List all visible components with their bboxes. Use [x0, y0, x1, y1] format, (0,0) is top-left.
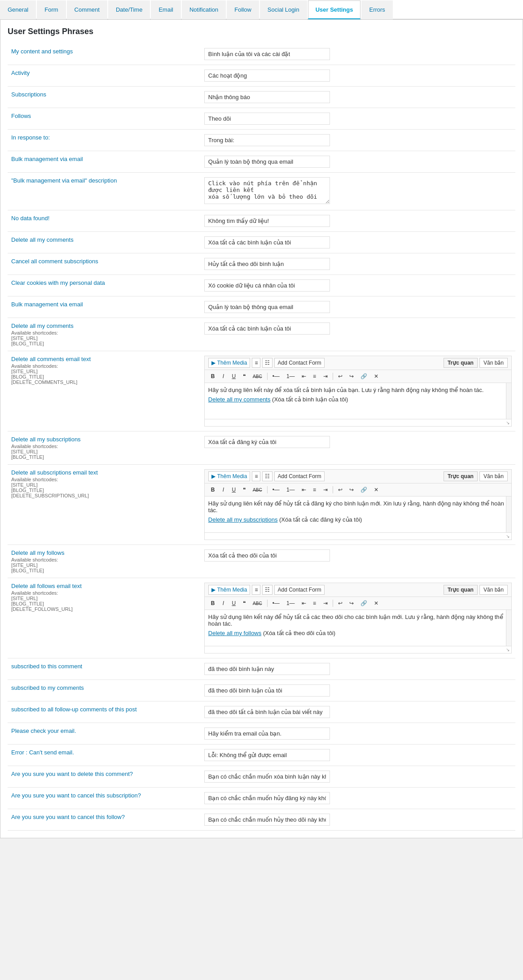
input-bulk-mgmt[interactable] [204, 156, 330, 168]
fmt-link-delete-all-comments-email[interactable]: 🔗 [358, 372, 370, 381]
tab-user-settings[interactable]: User Settings [308, 0, 361, 19]
fmt-italic-delete-all-subs-email[interactable]: I [219, 485, 228, 494]
fmt-italic-delete-all-follows-email[interactable]: I [219, 599, 228, 608]
input-cant-send[interactable] [204, 749, 330, 761]
input-clear-cookies[interactable] [204, 279, 330, 292]
fmt-align-right-delete-all-subs-email[interactable]: ⇥ [321, 485, 330, 494]
add-contact-form-btn-delete-all-subs-email[interactable]: Add Contact Form [274, 471, 324, 481]
tab-datetime[interactable]: Date/Time [108, 0, 150, 19]
fmt-ol-delete-all-subs-email[interactable]: 1— [284, 485, 298, 494]
fmt-underline-delete-all-follows-email[interactable]: U [229, 599, 238, 608]
tab-errors[interactable]: Errors [361, 0, 392, 19]
fmt-align-center-delete-all-comments-email[interactable]: ≡ [310, 372, 319, 381]
visual-view-btn-delete-all-comments-email[interactable]: Trực quan [444, 358, 478, 368]
text-view-btn-delete-all-follows-email[interactable]: Văn bản [479, 585, 508, 595]
editor-body-delete-all-comments-email[interactable]: Hãy sử dụng liên kết này để xóa tất cả b… [205, 383, 511, 419]
fmt-undo-delete-all-comments-email[interactable]: ↩ [335, 372, 345, 381]
fmt-abc-delete-all-follows-email[interactable]: ABC [250, 600, 265, 607]
fmt-unlink-delete-all-follows-email[interactable]: ✕ [371, 599, 381, 608]
input-delete-comment-confirm[interactable] [204, 771, 330, 783]
input-delete-all-comments[interactable] [204, 322, 330, 335]
table-btn-delete-all-subs-email[interactable]: ≡ [252, 471, 260, 481]
input-cancel-subs[interactable] [204, 258, 330, 270]
fmt-ul-delete-all-follows-email[interactable]: •— [270, 599, 282, 608]
input-follows[interactable] [204, 113, 330, 125]
fmt-link-delete-all-follows-email[interactable]: 🔗 [358, 599, 370, 608]
fmt-underline-delete-all-subs-email[interactable]: U [229, 485, 238, 494]
columns-btn-delete-all-subs-email[interactable]: ☷ [262, 471, 272, 481]
add-media-btn-delete-all-comments-email[interactable]: ▶ Thêm Media [208, 358, 251, 368]
textarea-bulk-mgmt-desc[interactable]: Click vào nút phía trên để nhận được liê… [204, 177, 330, 204]
fmt-underline-delete-all-comments-email[interactable]: U [229, 372, 238, 381]
add-contact-form-btn-delete-all-follows-email[interactable]: Add Contact Form [274, 585, 324, 595]
scrollbar-delete-all-comments-email[interactable] [506, 383, 511, 419]
fmt-align-right-delete-all-follows-email[interactable]: ⇥ [321, 599, 330, 608]
tab-form[interactable]: Form [37, 0, 66, 19]
input-cancel-follow-confirm[interactable] [204, 814, 330, 826]
fmt-align-left-delete-all-follows-email[interactable]: ⇤ [299, 599, 309, 608]
fmt-quote-delete-all-subs-email[interactable]: ❝ [240, 485, 249, 494]
input-subscribed-comment[interactable] [204, 663, 330, 675]
fmt-ol-delete-all-comments-email[interactable]: 1— [284, 372, 298, 381]
fmt-align-left-delete-all-comments-email[interactable]: ⇤ [299, 372, 309, 381]
tab-social-login[interactable]: Social Login [260, 0, 307, 19]
tab-general[interactable]: General [0, 0, 36, 19]
fmt-bold-delete-all-follows-email[interactable]: B [208, 599, 218, 608]
fmt-ul-delete-all-subs-email[interactable]: •— [270, 485, 282, 494]
table-btn-delete-all-comments-email[interactable]: ≡ [252, 358, 260, 368]
fmt-unlink-delete-all-subs-email[interactable]: ✕ [371, 485, 381, 494]
input-subscriptions[interactable] [204, 91, 330, 103]
input-check-email[interactable] [204, 727, 330, 740]
fmt-undo-delete-all-follows-email[interactable]: ↩ [335, 599, 345, 608]
input-delete-all-subs[interactable] [204, 436, 330, 448]
input-subscribed-my-comments[interactable] [204, 684, 330, 697]
resize-handle-delete-all-follows-email[interactable]: ↘ [506, 647, 510, 652]
visual-view-btn-delete-all-subs-email[interactable]: Trực quan [444, 471, 478, 481]
text-view-btn-delete-all-comments-email[interactable]: Văn bản [479, 358, 508, 368]
add-contact-form-btn-delete-all-comments-email[interactable]: Add Contact Form [274, 358, 324, 368]
input-my-content[interactable] [204, 48, 330, 60]
tab-follow[interactable]: Follow [227, 0, 259, 19]
fmt-align-right-delete-all-comments-email[interactable]: ⇥ [321, 372, 330, 381]
input-bulk-mgmt2[interactable] [204, 301, 330, 313]
fmt-ol-delete-all-follows-email[interactable]: 1— [284, 599, 298, 608]
input-cancel-sub-confirm[interactable] [204, 792, 330, 804]
fmt-abc-delete-all-subs-email[interactable]: ABC [250, 486, 265, 494]
fmt-bold-delete-all-comments-email[interactable]: B [208, 372, 218, 381]
scrollbar-delete-all-follows-email[interactable] [506, 610, 511, 646]
resize-handle-delete-all-subs-email[interactable]: ↘ [506, 534, 510, 539]
fmt-redo-delete-all-subs-email[interactable]: ↪ [347, 485, 356, 494]
fmt-quote-delete-all-comments-email[interactable]: ❝ [240, 372, 249, 381]
visual-view-btn-delete-all-follows-email[interactable]: Trực quan [444, 585, 478, 595]
fmt-redo-delete-all-follows-email[interactable]: ↪ [347, 599, 356, 608]
fmt-unlink-delete-all-comments-email[interactable]: ✕ [371, 372, 381, 381]
add-media-btn-delete-all-follows-email[interactable]: ▶ Thêm Media [208, 585, 251, 595]
fmt-bold-delete-all-subs-email[interactable]: B [208, 485, 218, 494]
input-delete-comments[interactable] [204, 236, 330, 248]
fmt-abc-delete-all-comments-email[interactable]: ABC [250, 373, 265, 380]
resize-handle-delete-all-comments-email[interactable]: ↘ [506, 420, 510, 425]
input-delete-all-follows[interactable] [204, 549, 330, 562]
add-media-btn-delete-all-subs-email[interactable]: ▶ Thêm Media [208, 471, 251, 481]
table-btn-delete-all-follows-email[interactable]: ≡ [252, 585, 260, 595]
input-in-response-to[interactable] [204, 134, 330, 146]
fmt-undo-delete-all-subs-email[interactable]: ↩ [335, 485, 345, 494]
editor-body-delete-all-follows-email[interactable]: Hãy sử dụng liên kết này để hủy tất cả c… [205, 610, 511, 646]
scrollbar-delete-all-subs-email[interactable] [506, 497, 511, 532]
tab-comment[interactable]: Comment [67, 0, 107, 19]
editor-link-delete-all-comments-email[interactable]: Delete all my comments [208, 396, 271, 403]
fmt-quote-delete-all-follows-email[interactable]: ❝ [240, 599, 249, 608]
fmt-redo-delete-all-comments-email[interactable]: ↪ [347, 372, 356, 381]
text-view-btn-delete-all-subs-email[interactable]: Văn bản [479, 471, 508, 481]
fmt-ul-delete-all-comments-email[interactable]: •— [270, 372, 282, 381]
input-no-data[interactable] [204, 215, 330, 227]
input-activity[interactable] [204, 70, 330, 82]
fmt-align-center-delete-all-subs-email[interactable]: ≡ [310, 485, 319, 494]
fmt-align-center-delete-all-follows-email[interactable]: ≡ [310, 599, 319, 608]
fmt-link-delete-all-subs-email[interactable]: 🔗 [358, 485, 370, 494]
tab-notification[interactable]: Notification [182, 0, 226, 19]
fmt-align-left-delete-all-subs-email[interactable]: ⇤ [299, 485, 309, 494]
tab-email[interactable]: Email [151, 0, 181, 19]
columns-btn-delete-all-follows-email[interactable]: ☷ [262, 585, 272, 595]
input-subscribed-all[interactable] [204, 706, 330, 718]
